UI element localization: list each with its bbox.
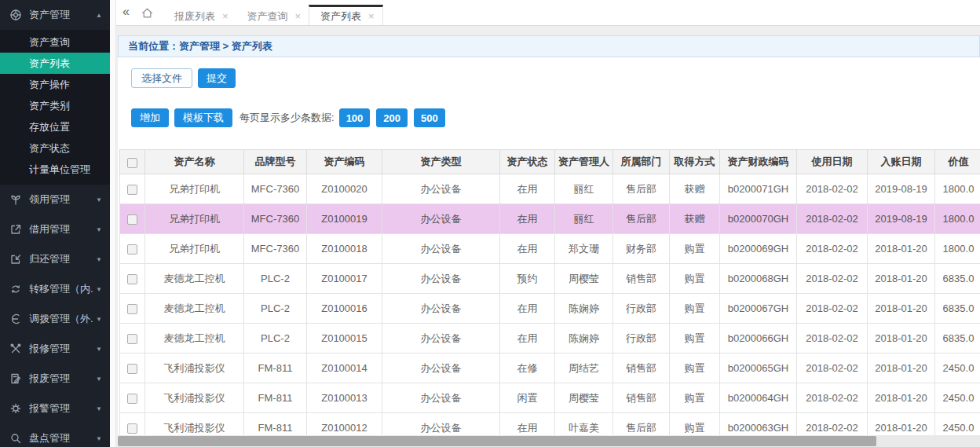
sidebar-item-storage-location[interactable]: 存放位置 (0, 116, 110, 137)
submit-button[interactable]: 提交 (198, 68, 236, 88)
cell: 周樱莹 (555, 264, 613, 294)
sidebar-group-requisition[interactable]: 领用管理 ▼ (0, 185, 110, 214)
sidebar-group-asset-management[interactable]: 资产管理 ▲ (0, 0, 110, 30)
close-icon[interactable]: × (295, 10, 302, 22)
cell: 兄弟打印机 (145, 234, 244, 264)
cell: 预约 (500, 264, 555, 294)
caret-down-icon: ▼ (96, 346, 102, 353)
row-checkbox[interactable] (127, 364, 137, 374)
table-row[interactable]: 兄弟打印机MFC-7360Z0100020办公设备在用丽红售后部获赠b02000… (120, 174, 980, 204)
table-header-row: 资产名称 品牌型号 资产编码 资产类型 资产状态 资产管理人 所属部门 取得方式… (120, 150, 980, 174)
sidebar-item-asset-status[interactable]: 资产状态 (0, 137, 110, 159)
cell: PLC-2 (244, 324, 307, 354)
row-checkbox[interactable] (127, 214, 137, 225)
cell: Z0100020 (307, 174, 382, 204)
collapse-tabs-icon[interactable]: « (116, 5, 137, 20)
close-icon[interactable]: × (368, 10, 375, 22)
sidebar-group-inventory[interactable]: 盘点管理 ▼ (0, 423, 110, 447)
select-all-checkbox[interactable] (127, 158, 137, 168)
cell: b0200066GH (720, 324, 797, 354)
template-download-button[interactable]: 模板下载 (174, 108, 232, 127)
caret-up-icon: ▲ (96, 12, 102, 19)
sidebar-group-alarm[interactable]: 报警管理 ▼ (0, 394, 110, 423)
page-size-100-button[interactable]: 100 (339, 108, 371, 127)
row-checkbox[interactable] (127, 334, 137, 344)
close-icon[interactable]: × (222, 10, 229, 22)
sidebar-item-unit-management[interactable]: 计量单位管理 (0, 159, 110, 180)
caret-down-icon: ▼ (96, 286, 102, 293)
sidebar-scrollbar[interactable] (110, 0, 116, 447)
cell: 飞利浦投影仪 (145, 354, 244, 383)
table-row[interactable]: 兄弟打印机MFC-7360Z0100018办公设备在用郑文珊财务部购置b0200… (120, 234, 980, 264)
sidebar-group-transfer-internal[interactable]: 转移管理（内... ▼ (0, 274, 110, 304)
horizontal-scrollbar-thumb[interactable] (118, 436, 876, 446)
horizontal-scrollbar[interactable] (118, 435, 980, 447)
gear-icon (9, 402, 22, 415)
tab-asset-list[interactable]: 资产列表 × (309, 5, 383, 25)
row-checkbox-cell (120, 204, 145, 234)
table-row[interactable]: 麦德龙工控机PLC-2Z0100016办公设备在用陈娴婷行政部购置b020006… (120, 294, 980, 324)
row-checkbox[interactable] (127, 394, 137, 404)
row-checkbox[interactable] (127, 185, 137, 195)
cell: 6835.0 (935, 294, 980, 324)
cell: MFC-7360 (244, 174, 307, 204)
cell: b0200067GH (720, 294, 797, 324)
breadcrumb-label: 当前位置： (128, 40, 179, 52)
table-row[interactable]: 麦德龙工控机PLC-2Z0100017办公设备预约周樱莹销售部购置b020006… (120, 264, 980, 294)
sidebar-group-allocate-external[interactable]: 调拨管理（外... ▼ (0, 304, 110, 334)
cell: 2018-02-02 (797, 204, 868, 234)
asset-table-wrap: 资产名称 品牌型号 资产编码 资产类型 资产状态 资产管理人 所属部门 取得方式… (119, 149, 980, 443)
cell: 2018-02-02 (797, 234, 868, 264)
breadcrumb: 当前位置：资产管理 > 资产列表 (118, 35, 980, 57)
tab-scrap-list[interactable]: 报废列表 × (163, 5, 236, 25)
caret-down-icon: ▼ (96, 435, 102, 442)
sidebar-item-asset-list[interactable]: 资产列表 (0, 53, 110, 74)
row-checkbox-cell (120, 383, 145, 413)
row-checkbox[interactable] (127, 304, 137, 314)
cycle-arrows-icon (9, 283, 22, 295)
page-size-500-button[interactable]: 500 (414, 108, 445, 127)
sidebar-group-label: 转移管理（内... (29, 282, 93, 296)
cell: b0200068GH (720, 264, 797, 294)
table-row[interactable]: 麦德龙工控机PLC-2Z0100015办公设备在用陈娴婷行政部购置b020006… (120, 324, 980, 354)
row-checkbox[interactable] (127, 423, 137, 434)
box-arrow-in-icon (9, 253, 22, 266)
sidebar-group-repair[interactable]: 报修管理 ▼ (0, 334, 110, 364)
sidebar-item-asset-category[interactable]: 资产类别 (0, 95, 110, 116)
sidebar-group-return[interactable]: 归还管理 ▼ (0, 244, 110, 274)
column-header: 资产编码 (307, 150, 382, 174)
crossed-tools-icon (9, 343, 22, 355)
row-checkbox[interactable] (127, 244, 137, 255)
cell: 2018-01-20 (868, 354, 935, 383)
cell: 办公设备 (382, 383, 500, 413)
cell: FM-811 (244, 383, 307, 413)
caret-down-icon: ▼ (96, 226, 102, 233)
cell: 购置 (670, 234, 720, 264)
home-icon[interactable] (137, 6, 163, 20)
cell: b0200070GH (720, 204, 797, 234)
cell: 丽红 (555, 204, 613, 234)
tab-asset-query[interactable]: 资产查询 × (236, 5, 309, 25)
choose-file-button[interactable]: 选择文件 (131, 68, 192, 88)
sidebar-group-borrow[interactable]: 借用管理 ▼ (0, 214, 110, 244)
cell: 丽红 (555, 174, 613, 204)
table-row[interactable]: 飞利浦投影仪FM-811Z0100013办公设备闲置周樱莹销售部购置b02000… (120, 383, 980, 413)
sidebar-item-asset-operation[interactable]: 资产操作 (0, 74, 110, 95)
cell: 办公设备 (382, 324, 500, 354)
table-row[interactable]: 飞利浦投影仪FM-811Z0100014办公设备在修周结艺销售部购置b02000… (120, 354, 980, 383)
sidebar-item-asset-query[interactable]: 资产查询 (0, 31, 110, 53)
cell: MFC-7360 (244, 204, 307, 234)
content-area: 当前位置：资产管理 > 资产列表 选择文件 提交 增加 模板下载 每页显示多少条… (116, 26, 980, 447)
add-button[interactable]: 增加 (131, 108, 169, 127)
cell: 飞利浦投影仪 (145, 383, 244, 413)
table-row-highlighted[interactable]: 兄弟打印机MFC-7360Z0100019办公设备在用丽红售后部获赠b02000… (120, 204, 980, 234)
sidebar-group-scrap[interactable]: 报废管理 ▼ (0, 364, 110, 394)
magnifier-icon (9, 432, 22, 445)
page-size-200-button[interactable]: 200 (376, 108, 408, 127)
cell: b0200071GH (720, 174, 797, 204)
cell: 2018-02-02 (797, 294, 868, 324)
cell: 2450.0 (935, 383, 980, 413)
row-checkbox[interactable] (127, 274, 137, 284)
cell: 购置 (670, 383, 720, 413)
cell: b0200064GH (720, 383, 797, 413)
